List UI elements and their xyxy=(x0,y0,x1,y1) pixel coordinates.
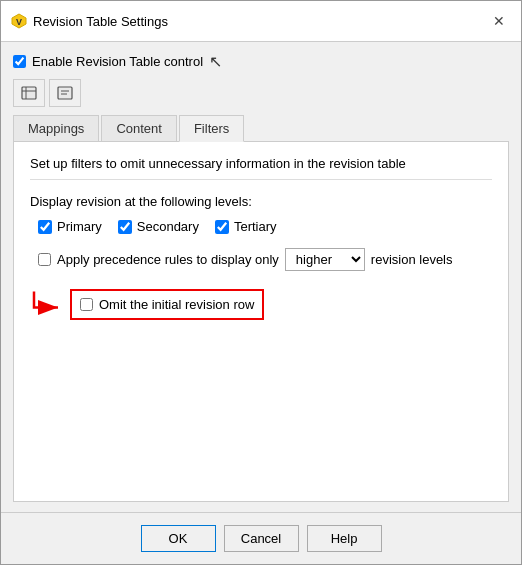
svg-rect-5 xyxy=(58,87,72,99)
display-levels-label: Display revision at the following levels… xyxy=(30,194,492,209)
enable-checkbox[interactable] xyxy=(13,55,26,68)
secondary-label[interactable]: Secondary xyxy=(137,219,199,234)
tab-content[interactable]: Content xyxy=(101,115,177,141)
omit-initial-label[interactable]: Omit the initial revision row xyxy=(99,297,254,312)
title-bar: V Revision Table Settings ✕ xyxy=(1,1,521,42)
cursor-indicator: ↖ xyxy=(209,52,222,71)
omit-initial-row: Omit the initial revision row xyxy=(70,289,264,320)
tab-mappings[interactable]: Mappings xyxy=(13,115,99,141)
tabs-header: Mappings Content Filters xyxy=(13,115,509,142)
tertiary-label[interactable]: Tertiary xyxy=(234,219,277,234)
secondary-checkbox[interactable] xyxy=(118,220,132,234)
help-button[interactable]: Help xyxy=(307,525,382,552)
dialog-body: Enable Revision Table control ↖ xyxy=(1,42,521,512)
tertiary-level-item: Tertiary xyxy=(215,219,277,234)
red-arrow-indicator xyxy=(30,287,68,322)
secondary-level-item: Secondary xyxy=(118,219,199,234)
primary-level-item: Primary xyxy=(38,219,102,234)
enable-label[interactable]: Enable Revision Table control xyxy=(32,54,203,69)
tab-filters[interactable]: Filters xyxy=(179,115,244,142)
close-button[interactable]: ✕ xyxy=(487,9,511,33)
precedence-checkbox[interactable] xyxy=(38,253,51,266)
precedence-label[interactable]: Apply precedence rules to display only xyxy=(57,252,279,267)
levels-checkbox-row: Primary Secondary Tertiary xyxy=(30,219,492,234)
precedence-row: Apply precedence rules to display only h… xyxy=(30,248,492,271)
section-description: Set up filters to omit unnecessary infor… xyxy=(30,156,492,180)
precedence-dropdown[interactable]: higher lower xyxy=(285,248,365,271)
title-bar-left: V Revision Table Settings xyxy=(11,13,168,29)
dialog-footer: OK Cancel Help xyxy=(1,512,521,564)
svg-rect-2 xyxy=(22,87,36,99)
tab-content-filters: Set up filters to omit unnecessary infor… xyxy=(13,142,509,502)
primary-label[interactable]: Primary xyxy=(57,219,102,234)
dialog-title: Revision Table Settings xyxy=(33,14,168,29)
omit-initial-checkbox[interactable] xyxy=(80,298,93,311)
primary-checkbox[interactable] xyxy=(38,220,52,234)
toolbar-button-1[interactable] xyxy=(13,79,45,107)
toolbar-button-2[interactable] xyxy=(49,79,81,107)
app-icon: V xyxy=(11,13,27,29)
toolbar-row xyxy=(13,79,509,107)
omit-row-wrapper: Omit the initial revision row xyxy=(30,289,492,320)
tertiary-checkbox[interactable] xyxy=(215,220,229,234)
svg-text:V: V xyxy=(16,17,22,27)
enable-row: Enable Revision Table control ↖ xyxy=(13,52,509,71)
cancel-button[interactable]: Cancel xyxy=(224,525,299,552)
revision-levels-suffix: revision levels xyxy=(371,252,453,267)
dialog-window: V Revision Table Settings ✕ Enable Revis… xyxy=(0,0,522,565)
ok-button[interactable]: OK xyxy=(141,525,216,552)
